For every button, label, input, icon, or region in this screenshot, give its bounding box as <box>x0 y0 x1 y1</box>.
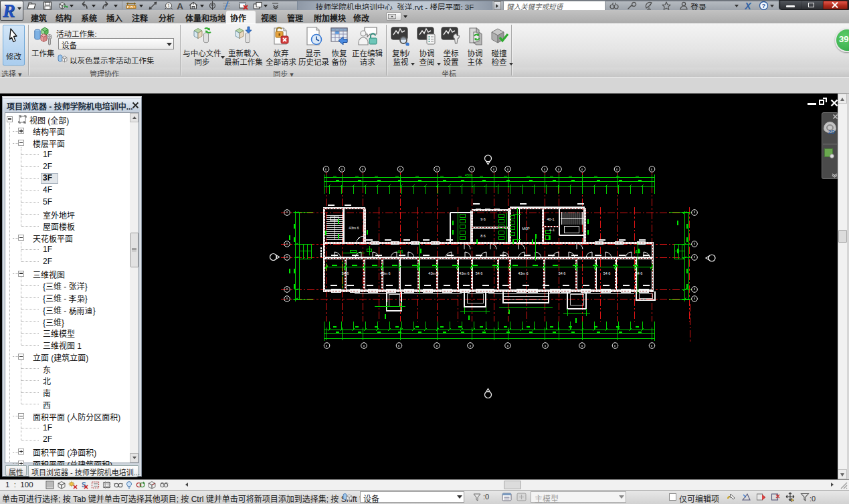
svg-text:54 6: 54 6 <box>476 271 483 275</box>
svg-text:1: 1 <box>167 3 170 8</box>
svg-text:43m 6: 43m 6 <box>518 271 528 275</box>
svg-text:54 6: 54 6 <box>636 271 643 275</box>
svg-text:54 6: 54 6 <box>559 271 566 275</box>
svg-text:X: X <box>744 1 752 11</box>
svg-text:8 6: 8 6 <box>480 234 486 238</box>
svg-text:43: 43 <box>397 249 403 255</box>
svg-text:54 6: 54 6 <box>603 271 611 275</box>
svg-text:54 6: 54 6 <box>342 271 349 275</box>
svg-text:9 6: 9 6 <box>480 217 486 221</box>
svg-text:M0P: M0P <box>522 227 530 231</box>
svg-text:4500: 4500 <box>465 174 472 177</box>
svg-text:43: 43 <box>635 249 640 255</box>
svg-text:43m 6: 43m 6 <box>380 271 390 275</box>
svg-text:40-1: 40-1 <box>547 217 554 221</box>
svg-text:43m 6: 43m 6 <box>349 226 359 230</box>
svg-text:A: A <box>177 1 183 11</box>
svg-text:4-1: 4-1 <box>549 228 555 232</box>
svg-text:?: ? <box>762 2 766 9</box>
svg-text:43m 6: 43m 6 <box>428 271 438 275</box>
svg-text:43m 6: 43m 6 <box>459 271 469 275</box>
